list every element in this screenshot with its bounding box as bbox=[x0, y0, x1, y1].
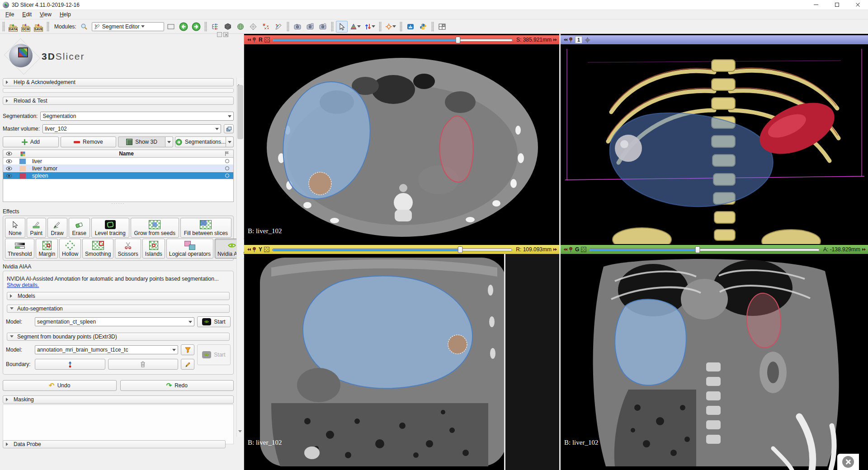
slider-handle[interactable] bbox=[455, 37, 460, 43]
pin-icon[interactable] bbox=[252, 37, 257, 43]
segment-name[interactable]: liver bbox=[30, 158, 221, 164]
effect-logical-operators-button[interactable]: Logical operators bbox=[166, 239, 213, 258]
threed-rendering[interactable] bbox=[561, 44, 868, 244]
slice-visibility-icon[interactable] bbox=[581, 247, 586, 252]
scroll-down-icon[interactable] bbox=[238, 430, 242, 434]
module-forward-button[interactable] bbox=[190, 21, 202, 33]
effect-islands-button[interactable]: Islands bbox=[142, 239, 165, 258]
expand-right-icon[interactable] bbox=[553, 248, 557, 252]
yellow-slice-slider[interactable] bbox=[271, 246, 513, 253]
scene-view-button[interactable] bbox=[304, 21, 316, 33]
coronal-ct-image[interactable]: B: liver_102 bbox=[561, 254, 868, 470]
panel-undock-button[interactable] bbox=[217, 32, 222, 37]
segmentations-dropdown[interactable] bbox=[226, 136, 234, 147]
scrollbar-thumb[interactable] bbox=[237, 85, 243, 139]
axial-ct-image[interactable]: B: liver_102 bbox=[244, 44, 559, 244]
show-3d-dropdown[interactable] bbox=[165, 136, 173, 147]
master-volume-selector[interactable]: liver_102 bbox=[42, 124, 221, 133]
subject-hierarchy-button[interactable] bbox=[209, 21, 221, 33]
mouse-interaction-button[interactable] bbox=[336, 21, 348, 33]
slice-visibility-icon[interactable] bbox=[264, 247, 269, 252]
slider-handle[interactable] bbox=[458, 246, 462, 253]
visibility-toggle[interactable] bbox=[3, 166, 15, 171]
green-slice-viewport[interactable]: G A: -138.929mm bbox=[561, 245, 868, 470]
expand-right-icon[interactable] bbox=[553, 38, 557, 42]
segment-row-liver-tumor[interactable]: liver tumor bbox=[3, 165, 233, 172]
screenshot-button[interactable] bbox=[292, 21, 303, 33]
auto-segmentation-section[interactable]: Auto-segmentation bbox=[7, 305, 230, 313]
threed-controller-bar[interactable]: 1 bbox=[561, 35, 868, 44]
red-slice-controller-bar[interactable]: R S: 385.921mm bbox=[244, 35, 559, 44]
model-filter-button[interactable] bbox=[181, 344, 194, 355]
toolbar-grip[interactable] bbox=[331, 22, 334, 32]
minimize-button[interactable] bbox=[806, 0, 826, 9]
maximize-button[interactable] bbox=[826, 0, 847, 9]
dicom-button[interactable]: DCM bbox=[20, 21, 32, 33]
segment-status[interactable] bbox=[221, 174, 233, 178]
segment-row-spleen[interactable]: spleen bbox=[3, 172, 233, 179]
redo-button[interactable]: ↷Redo bbox=[120, 380, 234, 391]
add-segment-button[interactable]: Add bbox=[3, 136, 59, 147]
segment-color-swatch[interactable] bbox=[15, 159, 30, 164]
collapse-left-icon[interactable] bbox=[246, 38, 250, 42]
reload-test-section[interactable]: Reload & Test bbox=[3, 97, 234, 105]
visibility-toggle[interactable] bbox=[3, 174, 15, 178]
panel-scrollbar[interactable] bbox=[236, 78, 244, 437]
pin-icon[interactable] bbox=[568, 247, 573, 253]
auto-model-selector[interactable]: segmentation_ct_spleen bbox=[35, 317, 194, 326]
transforms-button[interactable] bbox=[247, 21, 259, 33]
masking-section[interactable]: Masking bbox=[3, 395, 234, 404]
effect-hollow-button[interactable]: Hollow bbox=[59, 239, 81, 258]
menu-edit[interactable]: Edit bbox=[19, 10, 35, 19]
module-search-button[interactable] bbox=[78, 21, 90, 33]
effect-threshold-button[interactable]: Threshold bbox=[5, 239, 34, 258]
edit-boundary-button[interactable] bbox=[181, 359, 194, 370]
effect-grow-from-seeds-button[interactable]: Grow from seeds bbox=[131, 218, 179, 238]
effect-smoothing-button[interactable]: Smoothing bbox=[82, 239, 113, 258]
toolbar-grip[interactable] bbox=[431, 22, 434, 32]
toolbar-grip[interactable] bbox=[47, 22, 49, 32]
module-selector[interactable]: Segment Editor bbox=[92, 22, 164, 31]
panel-close-button[interactable] bbox=[223, 32, 228, 37]
effect-none-button[interactable]: None bbox=[5, 218, 25, 238]
colors-button[interactable] bbox=[349, 21, 362, 33]
effect-margin-button[interactable]: Margin bbox=[36, 239, 58, 258]
menu-help[interactable]: Help bbox=[56, 10, 75, 19]
remove-segment-button[interactable]: Remove bbox=[61, 136, 117, 147]
boundary-points-section[interactable]: Segment from boundary points (DExtr3D) bbox=[7, 333, 230, 341]
collapse-left-icon[interactable] bbox=[246, 248, 250, 252]
show-details-link[interactable]: Show details. bbox=[7, 282, 39, 288]
menu-view[interactable]: View bbox=[36, 10, 55, 19]
visibility-toggle[interactable] bbox=[3, 159, 15, 164]
segment-status[interactable] bbox=[221, 159, 233, 163]
effect-draw-button[interactable]: Draw bbox=[47, 218, 67, 238]
expand-right-icon[interactable] bbox=[862, 248, 866, 252]
effect-level-tracing-button[interactable]: Level tracing bbox=[91, 218, 129, 238]
layout-selector-button[interactable] bbox=[436, 21, 448, 33]
threed-viewport[interactable]: 1 bbox=[561, 35, 868, 244]
module-back-button[interactable] bbox=[178, 21, 189, 33]
crosshair-button[interactable] bbox=[384, 21, 397, 33]
center-view-icon[interactable] bbox=[584, 37, 591, 43]
toolbar-grip[interactable] bbox=[204, 22, 207, 32]
toolbar-grip[interactable] bbox=[400, 22, 402, 32]
collapse-left-icon[interactable] bbox=[562, 38, 566, 42]
volume-rendering-button[interactable] bbox=[222, 21, 234, 33]
close-button[interactable] bbox=[847, 0, 868, 9]
red-slice-viewport[interactable]: R S: 385.921mm bbox=[244, 35, 559, 244]
segment-name[interactable]: liver tumor bbox=[30, 165, 221, 172]
segment-color-swatch[interactable] bbox=[15, 173, 30, 179]
delete-boundary-points-button[interactable] bbox=[108, 359, 179, 370]
python-console-button[interactable] bbox=[417, 21, 429, 33]
panel-splitter[interactable]: ······ bbox=[2, 202, 235, 206]
segment-name[interactable]: spleen bbox=[30, 173, 221, 179]
yellow-slice-controller-bar[interactable]: Y R: 109.093mm bbox=[244, 245, 559, 254]
extensions-manager-button[interactable] bbox=[405, 21, 416, 33]
auto-segmentation-start-button[interactable]: Start bbox=[197, 316, 231, 327]
models-button[interactable] bbox=[235, 21, 246, 33]
sagittal-ct-image[interactable]: B: liver_102 bbox=[244, 254, 559, 470]
show-3d-button[interactable]: Show 3D bbox=[118, 136, 165, 147]
fiducials-button[interactable] bbox=[260, 21, 272, 33]
effect-paint-button[interactable]: Paint bbox=[27, 218, 46, 238]
save-button[interactable]: SAVE bbox=[33, 21, 44, 33]
